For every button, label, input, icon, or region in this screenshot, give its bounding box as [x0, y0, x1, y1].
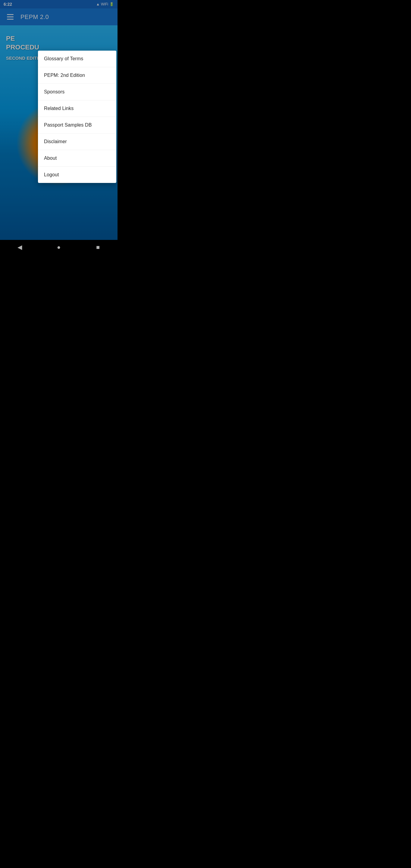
menu-item-pepm-edition[interactable]: PEPM: 2nd Edition	[38, 67, 116, 84]
menu-item-disclaimer[interactable]: Disclaimer	[38, 133, 116, 150]
menu-item-related-links[interactable]: Related Links	[38, 100, 116, 117]
menu-item-logout[interactable]: Logout	[38, 167, 116, 183]
menu-item-glossary[interactable]: Glossary of Terms	[38, 51, 116, 67]
menu-item-about[interactable]: About	[38, 150, 116, 167]
menu-item-passport-samples[interactable]: Passport Samples DB	[38, 117, 116, 133]
dropdown-menu: Glossary of Terms PEPM: 2nd Edition Spon…	[38, 51, 116, 183]
menu-item-sponsors[interactable]: Sponsors	[38, 84, 116, 100]
